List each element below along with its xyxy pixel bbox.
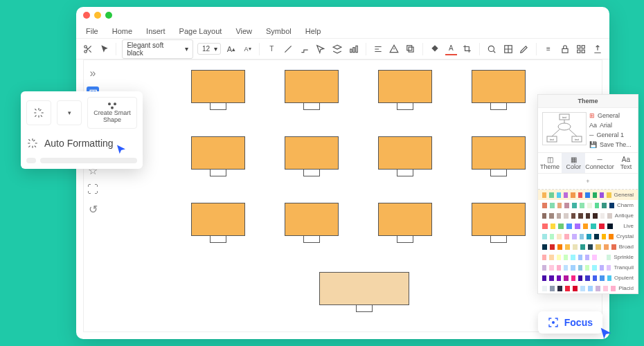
theme-opt-general[interactable]: ⊞General bbox=[589, 112, 634, 119]
palette-row[interactable]: Opulent bbox=[538, 273, 638, 283]
desk-shape[interactable] bbox=[472, 70, 526, 110]
color-swatch[interactable] bbox=[591, 224, 596, 229]
menu-file[interactable]: File bbox=[86, 27, 98, 35]
color-swatch[interactable] bbox=[550, 203, 555, 208]
color-swatch[interactable] bbox=[572, 234, 577, 239]
color-swatch[interactable] bbox=[593, 213, 597, 219]
color-swatch[interactable] bbox=[558, 224, 564, 229]
desk-shape[interactable] bbox=[378, 203, 432, 243]
expand-icon[interactable]: » bbox=[87, 67, 99, 80]
color-swatch[interactable] bbox=[542, 203, 547, 208]
color-swatch[interactable] bbox=[564, 192, 568, 198]
slider[interactable] bbox=[26, 158, 137, 163]
sparkle-icon[interactable] bbox=[26, 100, 51, 125]
color-swatch[interactable] bbox=[557, 286, 562, 291]
color-swatch[interactable] bbox=[549, 255, 553, 260]
color-swatch[interactable] bbox=[607, 265, 611, 271]
color-swatch[interactable] bbox=[542, 286, 547, 291]
color-swatch[interactable] bbox=[557, 234, 562, 239]
maximize-icon[interactable] bbox=[105, 12, 112, 19]
desk-shape[interactable] bbox=[319, 272, 409, 312]
font-size-select[interactable]: 12 ▾ bbox=[197, 43, 221, 55]
pointer-icon[interactable] bbox=[98, 43, 111, 55]
color-swatch[interactable] bbox=[550, 244, 555, 250]
color-swatch[interactable] bbox=[585, 275, 589, 281]
color-swatch[interactable] bbox=[542, 265, 546, 271]
color-swatch[interactable] bbox=[564, 275, 568, 281]
color-swatch[interactable] bbox=[571, 192, 575, 198]
chart-icon[interactable] bbox=[348, 43, 360, 55]
create-smart-shape-button[interactable]: Create Smart Shape bbox=[87, 97, 137, 129]
palette-row[interactable]: Antique bbox=[538, 210, 638, 221]
color-swatch[interactable] bbox=[611, 244, 616, 250]
color-swatch[interactable] bbox=[600, 265, 604, 271]
color-swatch[interactable] bbox=[557, 275, 561, 281]
color-swatch[interactable] bbox=[578, 255, 582, 260]
lock-icon[interactable] bbox=[559, 43, 571, 55]
color-swatch[interactable] bbox=[557, 244, 562, 250]
color-swatch[interactable] bbox=[602, 234, 607, 239]
color-swatch[interactable] bbox=[551, 224, 556, 229]
color-swatch[interactable] bbox=[611, 286, 616, 291]
color-swatch[interactable] bbox=[557, 213, 561, 219]
color-swatch[interactable] bbox=[600, 255, 604, 260]
menu-home[interactable]: Home bbox=[112, 27, 132, 35]
palette-row[interactable]: Sprinkle bbox=[538, 252, 638, 262]
desk-shape[interactable] bbox=[472, 203, 526, 243]
color-swatch[interactable] bbox=[565, 244, 570, 250]
desk-shape[interactable] bbox=[378, 70, 432, 110]
tab-text[interactable]: AaText bbox=[614, 153, 638, 173]
canvas[interactable]: » ⊞ ◈ ◳ ▭ ☆ ⛶ ↺ bbox=[83, 60, 602, 332]
color-swatch[interactable] bbox=[600, 275, 604, 281]
color-swatch[interactable] bbox=[549, 213, 553, 219]
color-swatch[interactable] bbox=[607, 213, 611, 219]
color-swatch[interactable] bbox=[566, 224, 572, 229]
desk-shape[interactable] bbox=[191, 136, 245, 176]
color-swatch[interactable] bbox=[593, 275, 597, 281]
color-swatch[interactable] bbox=[586, 213, 590, 219]
color-swatch[interactable] bbox=[549, 275, 553, 281]
color-swatch[interactable] bbox=[564, 203, 569, 208]
color-swatch[interactable] bbox=[557, 203, 562, 208]
palette-row[interactable]: Charm bbox=[538, 200, 638, 210]
desk-shape[interactable] bbox=[285, 70, 339, 110]
color-swatch[interactable] bbox=[585, 255, 589, 260]
menu-symbol[interactable]: Symbol bbox=[266, 27, 292, 35]
color-swatch[interactable] bbox=[557, 192, 561, 198]
palette-row[interactable]: Live bbox=[538, 221, 638, 231]
minimize-icon[interactable] bbox=[94, 12, 101, 19]
color-swatch[interactable] bbox=[607, 275, 611, 281]
color-swatch[interactable] bbox=[602, 203, 607, 208]
color-swatch[interactable] bbox=[594, 234, 599, 239]
fill-icon[interactable] bbox=[429, 43, 441, 55]
color-swatch[interactable] bbox=[599, 224, 605, 229]
color-swatch[interactable] bbox=[583, 224, 589, 229]
export-icon[interactable] bbox=[591, 43, 604, 55]
color-swatch[interactable] bbox=[564, 234, 569, 239]
color-swatch[interactable] bbox=[596, 286, 600, 291]
cut-icon[interactable] bbox=[82, 43, 94, 55]
color-swatch[interactable] bbox=[549, 192, 553, 198]
color-swatch[interactable] bbox=[573, 244, 578, 250]
desk-shape[interactable] bbox=[285, 203, 339, 243]
color-swatch[interactable] bbox=[603, 286, 608, 291]
color-swatch[interactable] bbox=[609, 234, 614, 239]
color-swatch[interactable] bbox=[600, 192, 604, 198]
auto-formatting-label[interactable]: Auto Formatting bbox=[44, 138, 114, 149]
color-swatch[interactable] bbox=[595, 203, 600, 208]
tab-connector[interactable]: ─Connector bbox=[585, 153, 614, 173]
color-swatch[interactable] bbox=[588, 244, 593, 250]
select-icon[interactable] bbox=[315, 43, 328, 55]
color-swatch[interactable] bbox=[578, 192, 582, 198]
color-swatch[interactable] bbox=[557, 255, 561, 260]
color-swatch[interactable] bbox=[571, 265, 575, 271]
close-icon[interactable] bbox=[83, 12, 90, 19]
palette-row[interactable]: Tranquil bbox=[538, 262, 638, 273]
color-swatch[interactable] bbox=[564, 213, 568, 219]
color-swatch[interactable] bbox=[542, 192, 546, 198]
color-swatch[interactable] bbox=[557, 265, 561, 271]
theme-opt-arial[interactable]: AaArial bbox=[589, 122, 634, 129]
theme-opt-save[interactable]: 💾Save The... bbox=[589, 141, 634, 148]
font-family-select[interactable]: Elegant soft black ▾ bbox=[122, 39, 193, 59]
palette-row[interactable]: Broad bbox=[538, 242, 638, 252]
